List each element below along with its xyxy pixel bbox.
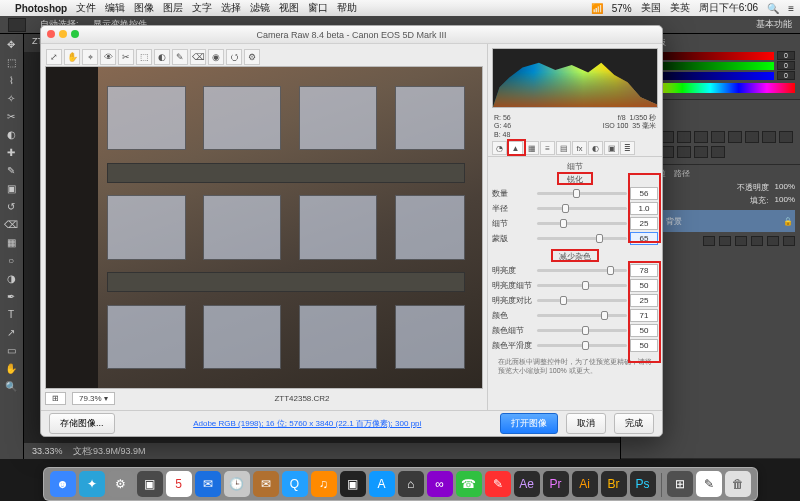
wifi-icon[interactable]: 📶 [591,3,603,14]
dock-app-20[interactable]: Ps [630,471,656,497]
craw-tool-8[interactable]: ⌫ [190,49,206,65]
adj-exposure-icon[interactable] [677,131,691,143]
cancel-button[interactable]: 取消 [566,413,606,434]
adjustment-layer-icon[interactable] [735,236,747,246]
dock-app-8[interactable]: Q [282,471,308,497]
sharpen-value-3[interactable]: 65 [630,232,658,245]
craw-tool-9[interactable]: ◉ [208,49,224,65]
craw-tool-3[interactable]: 👁 [100,49,116,65]
dock-app-19[interactable]: Br [601,471,627,497]
locale-indicator[interactable]: 美英 [670,1,690,15]
sharpen-slider-3[interactable] [537,237,627,240]
noise-value-3[interactable]: 71 [630,309,658,322]
noise-slider-1[interactable] [537,284,627,287]
adj-photo-filter-icon[interactable] [745,131,759,143]
flag-indicator[interactable]: 美国 [641,1,661,15]
noise-value-4[interactable]: 50 [630,324,658,337]
dock-app-14[interactable]: ☎ [456,471,482,497]
move-tool[interactable]: ✥ [0,36,22,53]
zoom-tool[interactable]: 🔍 [0,378,22,395]
close-icon[interactable] [47,30,55,38]
adj-hue-icon[interactable] [711,131,725,143]
value-g[interactable]: 0 [777,61,795,70]
shape-tool[interactable]: ▭ [0,342,22,359]
craw-tab-1[interactable]: ▲ [508,141,523,155]
pen-tool[interactable]: ✒ [0,288,22,305]
opacity-value[interactable]: 100% [775,182,795,193]
group-icon[interactable] [751,236,763,246]
craw-tool-11[interactable]: ⚙ [244,49,260,65]
dock-app-22[interactable]: ✎ [696,471,722,497]
tab-paths[interactable]: 路径 [674,168,690,179]
dock-app-13[interactable]: ∞ [427,471,453,497]
dock-app-17[interactable]: Pr [543,471,569,497]
craw-tool-0[interactable]: ⤢ [46,49,62,65]
adj-selective-icon[interactable] [694,146,708,158]
dock-app-1[interactable]: ✦ [79,471,105,497]
minimize-icon[interactable] [59,30,67,38]
craw-tab-0[interactable]: ◔ [492,141,507,155]
sharpen-value-1[interactable]: 1.0 [630,202,658,215]
metadata-link[interactable]: Adobe RGB (1998); 16 位; 5760 x 3840 (22.… [193,419,421,428]
dock-app-7[interactable]: ✉ [253,471,279,497]
menu-image[interactable]: 图像 [134,1,154,15]
adj-lookup-icon[interactable] [779,131,793,143]
craw-tab-7[interactable]: ▣ [604,141,619,155]
eraser-tool[interactable]: ⌫ [0,216,22,233]
menu-view[interactable]: 视图 [279,1,299,15]
dock-app-11[interactable]: A [369,471,395,497]
wand-tool[interactable]: ✧ [0,90,22,107]
marquee-tool[interactable]: ⬚ [0,54,22,71]
layer-name[interactable]: 背景 [666,216,682,227]
histogram[interactable] [492,48,658,108]
done-button[interactable]: 完成 [614,413,654,434]
craw-tool-5[interactable]: ⬚ [136,49,152,65]
craw-tab-4[interactable]: ▤ [556,141,571,155]
app-name[interactable]: Photoshop [15,3,67,14]
dock-app-18[interactable]: Ai [572,471,598,497]
sharpen-slider-0[interactable] [537,192,627,195]
adj-bw-icon[interactable] [728,131,742,143]
craw-tab-5[interactable]: fx [572,141,587,155]
spotlight-icon[interactable]: 🔍 [767,3,779,14]
sharpen-slider-1[interactable] [537,207,627,210]
sharpen-value-0[interactable]: 56 [630,187,658,200]
eyedropper-tool[interactable]: ◐ [0,126,22,143]
menu-type[interactable]: 文字 [192,1,212,15]
zoom-window-icon[interactable] [71,30,79,38]
craw-tab-6[interactable]: ◐ [588,141,603,155]
dock-app-10[interactable]: ▣ [340,471,366,497]
dock-app-9[interactable]: ♫ [311,471,337,497]
dock-app-12[interactable]: ⌂ [398,471,424,497]
menu-window[interactable]: 窗口 [308,1,328,15]
menu-help[interactable]: 帮助 [337,1,357,15]
fill-value[interactable]: 100% [775,195,795,206]
adj-more-icon[interactable] [711,146,725,158]
grid-toggle[interactable]: ⊞ [45,392,66,405]
lock-icon[interactable]: 🔒 [783,217,793,226]
craw-tool-10[interactable]: ⭯ [226,49,242,65]
adj-vibrance-icon[interactable] [694,131,708,143]
craw-tool-1[interactable]: ✋ [64,49,80,65]
noise-slider-4[interactable] [537,329,627,332]
value-r[interactable]: 0 [777,51,795,60]
adj-channel-mixer-icon[interactable] [762,131,776,143]
new-layer-icon[interactable] [767,236,779,246]
dock-app-16[interactable]: Ae [514,471,540,497]
craw-tool-2[interactable]: ⌖ [82,49,98,65]
battery-status[interactable]: 57% [612,3,632,14]
craw-tab-2[interactable]: ▦ [524,141,539,155]
craw-tool-7[interactable]: ✎ [172,49,188,65]
save-image-button[interactable]: 存储图像... [49,413,115,434]
menu-select[interactable]: 选择 [221,1,241,15]
open-image-button[interactable]: 打开图像 [500,413,558,434]
dock-app-15[interactable]: ✎ [485,471,511,497]
ps-zoom-level[interactable]: 33.33% [32,446,63,456]
stamp-tool[interactable]: ▣ [0,180,22,197]
sharpen-value-2[interactable]: 25 [630,217,658,230]
dock-app-23[interactable]: 🗑 [725,471,751,497]
noise-value-1[interactable]: 50 [630,279,658,292]
notification-icon[interactable]: ≡ [788,3,794,14]
heal-tool[interactable]: ✚ [0,144,22,161]
dock-app-21[interactable]: ⊞ [667,471,693,497]
